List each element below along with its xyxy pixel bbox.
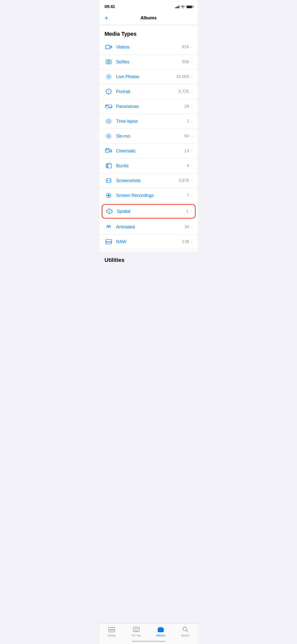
chevron-icon: › [191,45,192,49]
spatial-count: 1 [186,209,188,214]
content-area: Media Types Videos 916 › Selfies 556 › [100,25,198,291]
portrait-label: Portrait [116,89,179,94]
svg-point-3 [108,62,109,62]
live-photos-label: Live Photos [116,74,176,79]
svg-line-17 [107,134,107,135]
svg-point-11 [107,120,110,123]
live-photos-icon [105,73,113,81]
list-item-live-photos[interactable]: Live Photos 16,003 › [100,69,198,84]
animated-icon [105,223,113,231]
svg-line-39 [186,630,188,632]
screenshots-label: Screenshots [116,178,179,183]
home-indicator [132,641,165,642]
videos-count: 916 [182,45,189,50]
status-icons [175,5,193,8]
media-types-title: Media Types [105,31,137,37]
list-item-time-lapse[interactable]: Time-lapse 1 › [100,114,198,129]
svg-line-18 [110,137,110,138]
tab-albums[interactable]: Albums [152,626,169,637]
wifi-icon [181,5,185,8]
list-item-spatial[interactable]: Spatial 1 › [102,204,196,219]
status-bar: 09:41 [100,0,198,12]
chevron-icon: › [191,74,192,79]
list-item-slo-mo[interactable]: Slo-mo 64 › [100,129,198,144]
screenshots-icon [105,177,113,185]
list-item-selfies[interactable]: Selfies 556 › [100,55,198,69]
portrait-icon: f [105,88,113,96]
page-title: Albums [140,15,156,21]
cinematic-count: 13 [184,148,189,153]
search-tab-label: Search [181,634,190,637]
list-item-screenshots[interactable]: Screenshots 3,878 › [100,173,198,188]
battery-icon [186,5,193,8]
screenrecording-icon [105,191,113,199]
nav-bar: + Albums [100,12,198,25]
chevron-icon: › [191,149,192,153]
video-icon [105,43,113,51]
bursts-label: Bursts [116,163,187,169]
screen-recordings-label: Screen Recordings [116,193,187,198]
chevron-icon: › [191,178,192,183]
svg-point-21 [108,135,109,137]
spatial-icon [105,207,113,215]
media-types-section-header: Media Types [100,25,198,40]
list-item-panoramas[interactable]: Panoramas 28 › [100,99,198,114]
svg-line-20 [107,137,107,138]
list-item-raw[interactable]: RAW RAW 138 › [100,234,198,249]
chevron-icon: › [191,104,192,109]
slomo-icon [105,132,113,140]
selfies-count: 556 [182,59,189,64]
timelapse-count: 1 [187,119,189,124]
panoramas-icon [105,102,113,110]
library-tab-icon [108,626,115,633]
albums-tab-icon [157,626,164,633]
spatial-label: Spatial [117,209,186,214]
selfie-icon [105,58,113,66]
raw-count: 138 [182,239,189,244]
videos-label: Videos [116,45,182,50]
list-item-animated[interactable]: Animated 34 › [100,220,198,234]
svg-rect-35 [158,628,164,632]
tab-library[interactable]: Library [103,626,120,637]
bursts-count: 4 [187,163,189,168]
raw-label: RAW [116,239,182,245]
animated-count: 34 [184,224,189,229]
portrait-count: 6,725 [179,89,189,94]
cinematic-icon [105,147,113,155]
live-photos-count: 16,003 [176,74,189,79]
raw-icon: RAW [105,238,113,246]
signal-bars-icon [175,5,179,8]
for-you-tab-label: For You [132,634,141,637]
utilities-section: Utilities [100,251,198,266]
list-item-screen-recordings[interactable]: Screen Recordings 7 › [100,188,198,203]
chevron-icon: › [191,60,192,64]
svg-point-6 [108,76,109,77]
panoramas-label: Panoramas [116,104,185,109]
chevron-icon: › [191,164,192,168]
svg-line-19 [110,134,110,135]
screenshots-count: 3,878 [179,178,189,183]
chevron-icon: › [190,209,192,214]
slomo-label: Slo-mo [116,134,185,139]
chevron-icon: › [191,239,192,244]
tab-for-you[interactable]: For You [128,626,145,637]
screen-recordings-count: 7 [187,193,189,198]
svg-point-12 [108,121,109,122]
chevron-icon: › [191,225,192,229]
chevron-icon: › [191,193,192,198]
albums-tab-label: Albums [156,634,165,637]
chevron-icon: › [191,119,192,124]
chevron-icon: › [191,134,192,138]
svg-rect-37 [159,627,162,628]
tab-search[interactable]: Search [177,626,194,637]
for-you-tab-icon [133,626,140,633]
list-item-cinematic[interactable]: Cinematic 13 › [100,144,198,158]
add-album-button[interactable]: + [105,14,115,22]
selfies-label: Selfies [116,59,182,65]
list-item-portrait[interactable]: f Portrait 6,725 › [100,84,198,99]
svg-rect-0 [106,45,110,49]
timelapse-label: Time-lapse [116,119,187,124]
list-item-videos[interactable]: Videos 916 › [100,40,198,55]
list-item-bursts[interactable]: Bursts 4 › [100,158,198,173]
svg-point-30 [108,194,110,196]
